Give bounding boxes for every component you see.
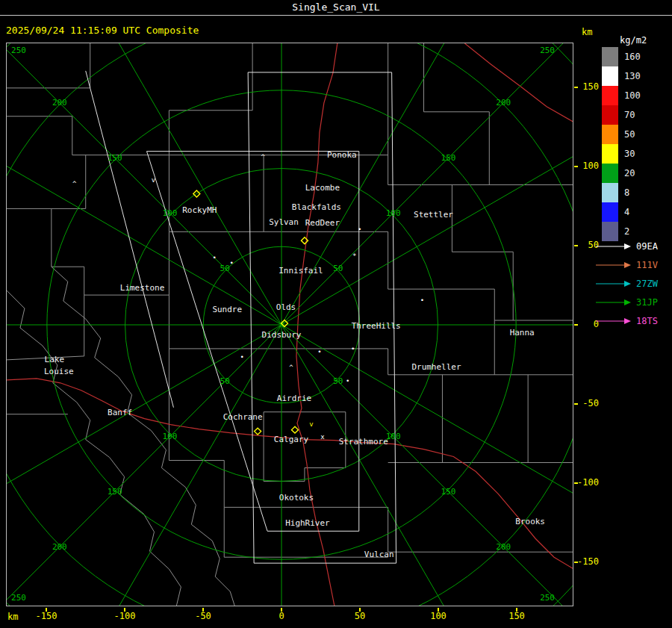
city-label: Brooks [515,517,545,526]
radar-arrow-icon [596,298,632,307]
city-label: Hanna [510,328,535,338]
bottom-axis-unit-label: km [7,612,18,622]
legend-value: 8 [624,187,629,198]
right-axis-tick [574,245,578,246]
range-label: 100 [163,208,178,218]
radar-arrow-head [624,318,631,324]
legend-value: 130 [624,71,641,81]
right-axis-unit-label: km [582,27,592,37]
point-marker: v [152,176,155,184]
range-label: 200 [496,542,511,552]
legend-value: 20 [624,168,635,178]
bottom-axis-tick [124,608,125,612]
city-label: Sundre [212,305,242,314]
radar-id-legend: 09EA111V27ZW31JP18TS [596,237,658,330]
legend-value: 160 [624,52,641,62]
radar-legend-row: 27ZW [596,274,658,293]
radar-id-label: 111V [636,260,658,270]
county-boundary-line [7,116,169,155]
radar-id-label: 27ZW [636,279,658,289]
site-diamond-marker [255,428,261,435]
legend-value: 4 [624,207,629,217]
county-boundary-line [7,290,181,606]
radar-arrow-head [624,299,631,305]
legend-row: 100 [602,86,641,105]
legend-color-swatch [602,183,618,202]
point-marker: • [420,296,424,304]
range-label: 250 [11,593,26,603]
legend-row: 160 [602,47,641,66]
legend-row: 30 [602,144,641,164]
bottom-axis-tick-label: 50 [343,611,376,621]
legend-row: 4 [602,202,641,222]
county-boundary-line [169,349,388,507]
right-axis-tick [574,324,578,326]
range-label: 250 [540,46,555,55]
radar-map-canvas[interactable]: 2502502502502002002002001501501501501001… [6,43,573,606]
city-label: Lacombe [305,183,340,193]
scan-area-outline [86,71,174,408]
legend-color-swatch [602,66,618,86]
legend-value: 50 [624,129,635,140]
bottom-axis-tick [281,608,282,612]
bottom-axis-tick [438,608,439,612]
range-label: 50 [220,376,230,386]
city-label: Didsbury [262,330,302,340]
bottom-axis-tick-label: 100 [422,611,455,621]
site-diamond-marker [291,426,298,433]
city-label: Okotoks [279,493,314,503]
city-label: ThreeHills [352,321,401,331]
city-label: Cochrane [223,412,263,422]
radar-arrow-icon [596,261,632,270]
point-marker: ^ [72,180,77,187]
right-axis-tick-label: 150 [575,81,599,92]
right-axis-tick [574,482,578,484]
point-marker: • [358,226,361,233]
right-axis-tick [574,166,578,167]
range-label: 250 [540,593,555,603]
city-label: Strathmore [339,437,388,447]
bottom-axis-tick-label: -150 [30,611,63,621]
county-boundary-line [52,155,86,209]
right-axis-tick-label: -50 [575,398,599,408]
legend-row: 50 [602,125,641,144]
radar-id-label: 31JP [636,297,658,308]
county-boundary-line [7,208,84,295]
highway-line [464,43,573,122]
scan-area-outline [248,72,396,563]
city-label: Drumheller [411,362,461,372]
legend-color-swatch [602,105,618,125]
right-axis-tick-label: 100 [575,161,599,171]
county-boundary-line [52,267,234,606]
point-marker: * [352,252,356,260]
range-label: 100 [163,432,178,441]
radar-arrow-head [624,281,631,287]
city-label: Calgary [274,435,309,444]
legend-color-swatch [602,86,618,105]
bottom-axis-tick [359,608,361,612]
legend-color-swatch [602,125,618,144]
bottom-axis-tick [516,608,517,612]
legend-value: 2 [624,226,629,237]
right-axis-tick [574,403,578,405]
bottom-axis-tick-label: -50 [187,611,220,621]
range-label: 200 [496,98,511,108]
legend-color-swatch [602,202,618,222]
point-marker: • [351,345,355,352]
vil-color-scale: 16013010070503020842 [602,47,641,241]
point-marker: • [346,377,349,385]
city-label: Limestone [120,283,164,293]
legend-row: 130 [602,66,641,86]
legend-value: 30 [624,149,635,159]
bottom-axis-tick-label: 0 [265,611,298,621]
highway-line [7,379,290,438]
range-label: 150 [108,153,122,163]
point-marker: • [230,259,234,267]
city-label: Sylvan [269,217,299,227]
legend-row: 70 [602,105,641,125]
right-axis-tick-label: -100 [575,477,599,488]
window-title: Single_Scan_VIL [292,1,379,13]
point-marker: ^ [289,364,293,371]
radar-arrow-icon [596,317,632,326]
city-label: RedDeer [305,218,340,228]
